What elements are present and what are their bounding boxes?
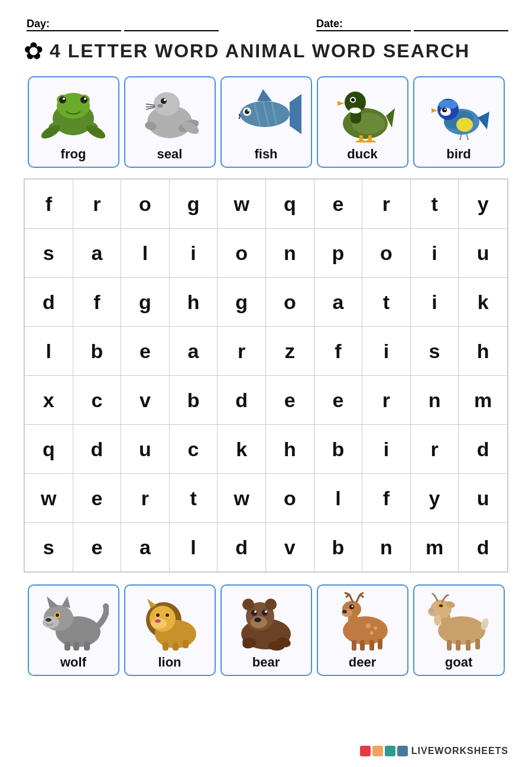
animal-card-bear: bear [220,584,312,676]
grid-cell-4-1[interactable]: c [73,376,122,424]
grid-cell-0-2[interactable]: o [121,180,170,228]
grid-cell-4-6[interactable]: e [314,376,363,424]
grid-cell-7-1[interactable]: e [73,523,122,571]
grid-cell-1-7[interactable]: o [362,229,411,277]
bear-image [222,587,311,655]
grid-cell-0-6[interactable]: e [314,180,363,228]
grid-cell-3-0[interactable]: l [25,327,73,375]
grid-cell-5-8[interactable]: r [411,425,459,473]
grid-cell-0-1[interactable]: r [73,180,122,228]
grid-cell-7-6[interactable]: b [314,523,363,571]
grid-cell-5-3[interactable]: c [170,425,218,473]
grid-cell-2-1[interactable]: f [73,278,122,326]
grid-cell-6-4[interactable]: w [218,474,266,522]
grid-cell-0-9[interactable]: y [459,180,507,228]
svg-rect-127 [475,639,480,649]
grid-cell-4-3[interactable]: b [170,376,218,424]
animal-label-lion: lion [158,655,181,670]
grid-cell-1-8[interactable]: i [411,229,459,277]
grid-cell-5-6[interactable]: b [314,425,363,473]
branding: LIVEWORKSHEETS [360,746,508,756]
grid-cell-1-4[interactable]: o [218,229,266,277]
svg-point-47 [456,118,473,132]
grid-cell-7-7[interactable]: n [362,523,411,571]
grid-cell-2-3[interactable]: h [170,278,218,326]
grid-cell-4-9[interactable]: m [459,376,507,424]
grid-cell-4-0[interactable]: x [25,376,73,424]
grid-cell-1-3[interactable]: i [170,229,218,277]
grid-cell-5-5[interactable]: h [266,425,314,473]
grid-cell-2-4[interactable]: g [218,278,266,326]
grid-cell-2-0[interactable]: d [25,278,73,326]
grid-cell-3-5[interactable]: z [266,327,314,375]
grid-cell-5-1[interactable]: d [73,425,122,473]
animal-card-wolf: wolf [28,584,119,676]
grid-cell-1-5[interactable]: n [266,229,314,277]
grid-cell-4-5[interactable]: e [266,376,314,424]
grid-cell-3-7[interactable]: i [362,327,411,375]
grid-cell-1-1[interactable]: a [73,229,122,277]
grid-cell-2-7[interactable]: t [362,278,411,326]
grid-cell-3-6[interactable]: f [314,327,363,375]
grid-cell-2-2[interactable]: g [121,278,170,326]
grid-cell-5-0[interactable]: q [25,425,73,473]
grid-cell-7-9[interactable]: d [459,523,507,571]
grid-cell-0-0[interactable]: f [25,180,73,228]
grid-cell-4-7[interactable]: r [362,376,411,424]
svg-rect-124 [447,640,452,651]
svg-point-76 [166,613,169,617]
grid-cell-0-7[interactable]: r [362,180,411,228]
grid-cell-3-4[interactable]: r [218,327,266,375]
grid-cell-4-2[interactable]: v [121,376,170,424]
grid-cell-6-5[interactable]: o [266,474,314,522]
grid-cell-5-7[interactable]: i [362,425,411,473]
svg-marker-31 [257,89,272,101]
grid-cell-3-9[interactable]: h [459,327,507,375]
svg-rect-108 [352,640,356,651]
grid-cell-4-8[interactable]: n [411,376,459,424]
grid-cell-7-8[interactable]: m [411,523,459,571]
svg-marker-59 [47,596,59,608]
grid-cell-2-5[interactable]: o [266,278,314,326]
grid-cell-2-6[interactable]: a [314,278,363,326]
bird-image [414,79,504,147]
grid-cell-7-2[interactable]: a [121,523,170,571]
grid-cell-1-0[interactable]: s [25,229,73,277]
animal-card-lion: lion [124,584,216,676]
grid-cell-1-9[interactable]: u [459,229,507,277]
grid-cell-6-1[interactable]: e [73,474,122,522]
grid-cell-2-9[interactable]: k [459,278,507,326]
grid-cell-7-4[interactable]: d [218,523,266,571]
grid-cell-7-5[interactable]: v [266,523,314,571]
grid-cell-6-9[interactable]: u [459,474,507,522]
animal-label-bear: bear [252,655,280,670]
svg-point-16 [157,104,163,108]
grid-cell-3-2[interactable]: e [121,327,170,375]
grid-cell-0-3[interactable]: g [170,180,218,228]
grid-cell-6-3[interactable]: t [170,474,218,522]
grid-cell-6-0[interactable]: w [25,474,73,522]
grid-cell-5-2[interactable]: u [121,425,170,473]
grid-cell-6-6[interactable]: l [314,474,363,522]
frog-image [29,79,118,147]
grid-cell-1-6[interactable]: p [314,229,363,277]
grid-cell-7-3[interactable]: l [170,523,218,571]
grid-cell-4-4[interactable]: d [218,376,266,424]
grid-cell-7-0[interactable]: s [25,523,73,571]
grid-cell-3-3[interactable]: a [170,327,218,375]
svg-line-19 [146,108,155,109]
grid-cell-0-4[interactable]: w [218,180,266,228]
grid-cell-5-9[interactable]: d [459,425,507,473]
grid-cell-6-2[interactable]: r [121,474,170,522]
grid-cell-6-7[interactable]: f [362,474,411,522]
grid-cell-3-1[interactable]: b [73,327,122,375]
animal-label-fish: fish [254,147,277,162]
grid-cell-2-8[interactable]: i [411,278,459,326]
grid-cell-0-5[interactable]: q [266,180,314,228]
grid-cell-6-8[interactable]: y [411,474,459,522]
grid-cell-1-2[interactable]: l [121,229,170,277]
grid-cell-5-4[interactable]: k [218,425,266,473]
grid-cell-0-8[interactable]: t [411,180,459,228]
svg-point-120 [429,609,434,612]
grid-cell-3-8[interactable]: s [411,327,459,375]
